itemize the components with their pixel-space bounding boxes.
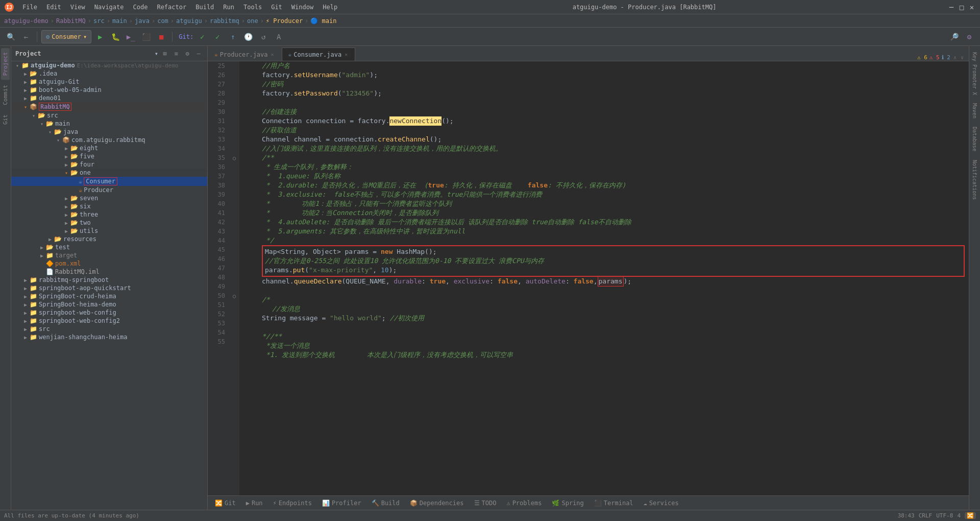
run-button[interactable]: ▶	[93, 30, 107, 43]
status-indent[interactable]: 4	[957, 512, 961, 519]
tree-item-six[interactable]: ▶ 📂 six	[11, 202, 207, 210]
panel-collapse-btn[interactable]: ≡	[172, 49, 181, 58]
status-position[interactable]: 38:43	[898, 512, 915, 519]
panel-settings-btn[interactable]: ⚙	[183, 49, 192, 58]
sidebar-tab-project[interactable]: Project	[1, 48, 10, 80]
tab-terminal[interactable]: ⬛ Terminal	[591, 499, 636, 508]
tab-endpoints[interactable]: ⚡ Endpoints	[270, 499, 315, 508]
tree-item-web-config2[interactable]: ▶ 📁 springboot-web-config2	[11, 317, 207, 325]
run-config-dropdown[interactable]: ⚙ Consumer ▾	[41, 30, 91, 43]
tree-item-atguigu-git[interactable]: ▶ 📁 atguigu-Git	[11, 78, 207, 86]
debug-button[interactable]: 🐛	[109, 30, 122, 43]
panel-layout-btn[interactable]: ⊞	[160, 49, 169, 58]
menu-run[interactable]: Run	[219, 3, 238, 12]
tab-git[interactable]: 🔀 Git	[212, 499, 239, 508]
bc-src[interactable]: src	[93, 17, 105, 25]
menu-file[interactable]: File	[18, 3, 41, 12]
right-tab-database[interactable]: Database	[971, 123, 978, 155]
tree-item-target[interactable]: ▶ 📁 target	[11, 251, 207, 259]
git-rollback-btn[interactable]: ↺	[257, 30, 270, 43]
tab-build[interactable]: 🔨 Build	[369, 499, 403, 508]
tree-item-test[interactable]: ▶ 📂 test	[11, 243, 207, 251]
tree-item-pom[interactable]: 🔶 pom.xml	[11, 259, 207, 268]
tree-item-one[interactable]: ▾ 📂 one	[11, 169, 207, 177]
collapse-icon-35[interactable]: ○	[233, 155, 236, 161]
bc-rabbitmq[interactable]: RabbitMQ	[56, 17, 86, 25]
tree-item-src[interactable]: ▾ 📂 src	[11, 111, 207, 120]
search-everywhere-btn[interactable]: 🔍	[4, 30, 17, 43]
tree-item-java[interactable]: ▾ 📂 java	[11, 128, 207, 136]
panel-close-btn[interactable]: —	[194, 49, 203, 58]
right-tab-notifications[interactable]: Notifications	[971, 156, 978, 204]
close-producer-tab[interactable]: ✕	[270, 51, 275, 58]
bc-one[interactable]: one	[247, 17, 258, 25]
menu-navigate[interactable]: Navigate	[90, 3, 128, 12]
collapse-tab-btn[interactable]: ∧	[952, 54, 958, 61]
stop-button[interactable]: ■	[155, 30, 168, 43]
nav-back-btn[interactable]: ←	[19, 30, 33, 43]
close-button[interactable]: ✕	[968, 3, 976, 11]
search-btn[interactable]: 🔎	[947, 30, 961, 43]
settings-btn[interactable]: ⚙	[963, 30, 976, 43]
bc-rabbitmq2[interactable]: rabbitmq	[210, 17, 239, 25]
tree-item-four[interactable]: ▶ 📂 four	[11, 160, 207, 169]
tab-profiler[interactable]: 📊 Profiler	[319, 499, 364, 508]
tree-item-crud[interactable]: ▶ 📁 SpringBoot-crud-heima	[11, 292, 207, 300]
tree-item-idea[interactable]: ▶ 📂 .idea	[11, 69, 207, 78]
tree-item-two[interactable]: ▶ 📂 two	[11, 219, 207, 227]
tree-item-rabbitmq[interactable]: ▾ 📦 RabbitMQ	[11, 102, 207, 111]
tree-item-springboot-aop[interactable]: ▶ 📁 springboot-aop-quickstart	[11, 284, 207, 292]
tree-item-iml[interactable]: 📄 RabbitMQ.iml	[11, 268, 207, 276]
tree-item-wenjian[interactable]: ▶ 📁 wenjian-shangchuan-heima	[11, 333, 207, 341]
tree-item-utils[interactable]: ▶ 📂 utils	[11, 227, 207, 235]
tree-item-root[interactable]: ▾ 📁 atguigu-demo E:\idea-workspace\atgui…	[11, 61, 207, 69]
status-encoding[interactable]: UTF-8	[936, 512, 953, 519]
tree-item-main[interactable]: ▾ 📂 main	[11, 120, 207, 128]
bc-project[interactable]: atguigu-demo	[4, 17, 48, 25]
menu-tools[interactable]: Tools	[239, 3, 266, 12]
sidebar-tab-commit[interactable]: Commit	[1, 81, 10, 109]
expand-tab-btn[interactable]: ∨	[960, 54, 965, 61]
sidebar-tab-git[interactable]: Git	[1, 110, 10, 129]
tree-item-web-config[interactable]: ▶ 📁 springboot-web-config	[11, 309, 207, 317]
tree-item-resources[interactable]: ▶ 📂 resources	[11, 235, 207, 243]
minimize-button[interactable]: ─	[947, 3, 955, 11]
status-line-ending[interactable]: CRLF	[919, 512, 933, 519]
bc-main[interactable]: main	[112, 17, 127, 25]
tree-item-eight[interactable]: ▶ 📂 eight	[11, 144, 207, 152]
panel-dropdown-icon[interactable]: ▾	[155, 50, 158, 57]
tab-services[interactable]: ☁ Services	[641, 499, 682, 508]
menu-window[interactable]: Window	[287, 3, 317, 12]
maximize-button[interactable]: □	[958, 3, 966, 11]
git-push-btn[interactable]: ↑	[226, 30, 239, 43]
tree-item-src2[interactable]: ▶ 📁 src	[11, 325, 207, 333]
tab-spring[interactable]: 🌿 Spring	[549, 499, 586, 508]
menu-help[interactable]: Help	[318, 3, 341, 12]
tree-item-seven[interactable]: ▶ 📂 seven	[11, 194, 207, 202]
bc-producer[interactable]: ⚡ Producer	[266, 17, 303, 25]
tab-todo[interactable]: ☰ TODO	[471, 499, 500, 508]
bc-com[interactable]: com	[157, 17, 168, 25]
tab-consumer[interactable]: ☕ Consumer.java ✕	[282, 48, 356, 61]
window-controls[interactable]: ─ □ ✕	[947, 3, 976, 11]
tree-item-heima[interactable]: ▶ 📁 SpringBoot-heima-demo	[11, 300, 207, 309]
tab-run[interactable]: ▶ Run	[243, 499, 266, 508]
code-content[interactable]: //用户名 factory.setUsername("admin"); //密码…	[239, 61, 969, 495]
menu-code[interactable]: Code	[129, 3, 152, 12]
tree-item-demo01[interactable]: ▶ 📁 demo01	[11, 94, 207, 102]
right-tab-key-promoter[interactable]: Key Promoter X	[971, 48, 978, 99]
tree-item-consumer[interactable]: ☕ Consumer	[11, 177, 207, 186]
tab-dependencies[interactable]: 📦 Dependencies	[407, 499, 467, 508]
tree-item-producer[interactable]: ☕ Producer	[11, 186, 207, 194]
menu-edit[interactable]: Edit	[42, 3, 65, 12]
menu-build[interactable]: Build	[191, 3, 218, 12]
right-tab-maven[interactable]: Maven	[971, 99, 978, 123]
bc-java[interactable]: java	[135, 17, 150, 25]
menu-view[interactable]: View	[66, 3, 89, 12]
bc-atguigu[interactable]: atguigu	[176, 17, 202, 25]
run-with-coverage-btn[interactable]: ▶̲	[124, 30, 137, 43]
tree-item-rabbitmq-sb[interactable]: ▶ 📁 rabbitmq-springboot	[11, 276, 207, 284]
git-history-btn[interactable]: 🕐	[241, 30, 255, 43]
git-commit-btn[interactable]: ✓	[211, 30, 224, 43]
tab-problems[interactable]: ⚠ Problems	[503, 499, 545, 508]
